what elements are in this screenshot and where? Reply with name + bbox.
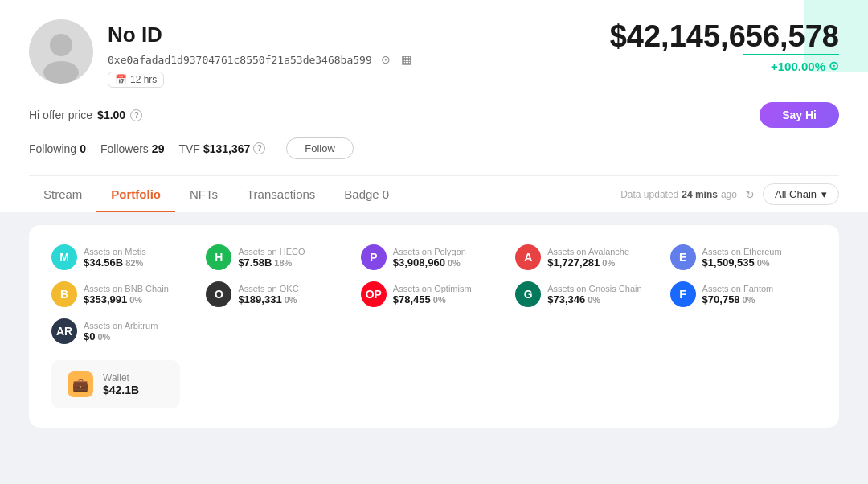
asset-value: $78,4550% [393,293,472,306]
profile-left: No ID 0xe0afadad1d93704761c8550f21a53de3… [29,19,414,88]
asset-value: $7.58B18% [238,256,305,269]
asset-pct: 0% [588,295,600,305]
chain-selector[interactable]: All Chain ▾ [763,183,839,205]
asset-pct: 0% [757,258,770,268]
asset-pct: 0% [129,295,142,305]
wallet-info: Wallet $42.1B [103,372,139,396]
asset-chain-name: Assets on Arbitrum [84,321,158,330]
chain-logo-gnosis-chain: G [515,281,541,307]
following-label: Following [29,142,76,155]
following-count: 0 [80,142,86,155]
asset-info: Assets on BNB Chain$353,9910% [84,284,169,306]
asset-item: AAssets on Avalanche$1,727,2810% [515,244,661,270]
hi-offer-label: Hi offer price [29,109,92,121]
tab-nfts[interactable]: NFTs [175,176,232,212]
chain-selector-label: All Chain [775,188,817,200]
tab-badge[interactable]: Badge 0 [330,176,403,212]
tab-transactions[interactable]: Transactions [232,176,330,212]
data-updated-prefix: Data updated [620,189,678,200]
asset-info: Assets on Polygon$3,908,9600% [393,247,466,269]
asset-item: OAssets on OKC$189,3310% [206,281,352,307]
asset-item: MAssets on Metis$34.56B82% [51,244,198,270]
asset-info: Assets on Fantom$70,7580% [702,284,774,306]
data-updated-suffix: ago [721,189,737,200]
wallet-card: 💼 Wallet $42.1B [51,360,180,408]
refresh-icon[interactable]: ↻ [745,188,755,201]
tab-stream[interactable]: Stream [29,176,96,212]
portfolio-value: $42,145,656,578 [610,19,839,54]
hi-offer-price: $1.00 [97,109,125,121]
asset-value: $1,727,2810% [547,256,629,269]
asset-item: GAssets on Gnosis Chain$73,3460% [515,281,661,307]
tvf-item: TVF $131,367 ? [178,142,265,155]
chain-logo-ethereum: E [670,244,696,270]
profile-address: 0xe0afadad1d93704761c8550f21a53de3468ba5… [108,54,372,66]
follow-row: Following 0 Followers 29 TVF $131,367 ? … [29,137,839,172]
chain-logo-metis: M [51,244,77,270]
tvf-label: TVF [178,142,199,155]
assets-card: MAssets on Metis$34.56B82%HAssets on HEC… [29,225,839,428]
svg-point-2 [43,61,79,84]
wallet-icon: 💼 [68,371,93,397]
followers-item: Followers 29 [100,142,164,155]
asset-info: Assets on Avalanche$1,727,2810% [547,247,629,269]
asset-pct: 82% [125,258,143,268]
main-content: MAssets on Metis$34.56B82%HAssets on HEC… [0,212,868,441]
asset-value: $70,7580% [702,293,774,306]
wallet-section: 💼 Wallet $42.1B [51,360,817,408]
followers-count: 29 [152,142,165,155]
say-hi-button[interactable]: Say Hi [760,102,839,128]
asset-pct: 0% [448,258,461,268]
chain-logo-bnb-chain: B [51,281,77,307]
calendar-icon: 📅 [115,74,127,85]
data-updated-time: 24 mins [682,189,718,200]
asset-info: Assets on HECO$7.58B18% [238,247,305,269]
asset-value: $00% [84,330,158,342]
chain-logo-optimism: OP [361,281,387,307]
hi-offer-left: Hi offer price $1.00 ? [29,109,142,121]
asset-info: Assets on Metis$34.56B82% [84,247,146,269]
chain-logo-heco: H [206,244,231,270]
followers-label: Followers [100,142,149,155]
chain-selector-chevron: ▾ [821,188,827,200]
asset-chain-name: Assets on Polygon [393,247,466,256]
asset-chain-name: Assets on Avalanche [547,247,629,256]
tabs-right: Data updated 24 mins ago ↻ All Chain ▾ [620,183,839,205]
asset-value: $73,3460% [547,293,641,306]
profile-top: No ID 0xe0afadad1d93704761c8550f21a53de3… [29,19,839,88]
wallet-value: $42.1B [103,384,139,396]
chain-logo-okc: O [206,281,231,307]
profile-info: No ID 0xe0afadad1d93704761c8550f21a53de3… [108,19,414,88]
hi-offer-row: Hi offer price $1.00 ? Say Hi [29,102,839,137]
tabs-row: Stream Portfolio NFTs Transactions Badge… [29,175,839,212]
chain-logo-polygon: P [361,244,387,270]
chain-logo-avalanche: A [515,244,541,270]
asset-item: FAssets on Fantom$70,7580% [670,281,817,307]
asset-item: HAssets on HECO$7.58B18% [206,244,352,270]
tab-portfolio[interactable]: Portfolio [96,176,175,212]
asset-chain-name: Assets on OKC [238,284,298,293]
chain-logo-arbitrum: AR [51,318,77,344]
asset-value: $189,3310% [238,293,298,306]
asset-chain-name: Assets on Metis [84,247,146,256]
asset-pct: 0% [602,258,615,268]
hi-offer-help-icon[interactable]: ? [130,109,142,121]
asset-pct: 18% [274,258,292,268]
tvf-help-icon[interactable]: ? [253,142,265,154]
follow-button[interactable]: Follow [286,137,354,159]
copy-icon[interactable]: ⊙ [379,52,393,67]
asset-info: Assets on Ethereum$1,509,5350% [702,247,782,269]
assets-grid: MAssets on Metis$34.56B82%HAssets on HEC… [51,244,817,344]
asset-chain-name: Assets on Ethereum [702,247,782,256]
asset-pct: 0% [433,295,446,305]
profile-name: No ID [108,23,414,47]
following-item: Following 0 [29,142,86,155]
qr-icon[interactable]: ▦ [399,52,414,67]
profile-card: No ID 0xe0afadad1d93704761c8550f21a53de3… [0,0,868,212]
asset-info: Assets on Arbitrum$00% [84,321,158,342]
chain-logo-fantom: F [670,281,696,307]
asset-value: $1,509,5350% [702,256,782,269]
page-wrapper: No ID 0xe0afadad1d93704761c8550f21a53de3… [0,0,868,484]
asset-info: Assets on Optimism$78,4550% [393,284,472,306]
asset-item: ARAssets on Arbitrum$00% [51,318,198,344]
